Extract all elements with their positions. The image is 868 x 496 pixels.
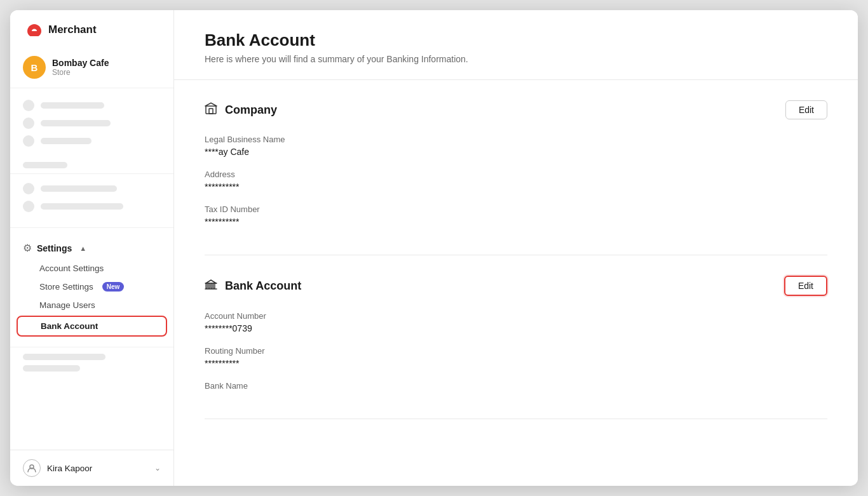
- chevron-up-icon: ▲: [79, 245, 86, 252]
- app-window: Merchant B Bombay Cafe Store: [10, 10, 858, 486]
- placeholder-circle: [23, 135, 34, 147]
- svg-rect-4: [208, 283, 210, 288]
- tax-id-field: Tax ID Number **********: [205, 204, 827, 227]
- company-title-text: Company: [225, 104, 277, 117]
- placeholder-bar: [41, 120, 111, 126]
- sidebar-item-manage-users[interactable]: Manage Users: [10, 296, 173, 314]
- manage-users-label: Manage Users: [39, 300, 95, 310]
- page-header: Bank Account Here is where you will find…: [174, 10, 858, 80]
- bank-account-item-wrapper: Bank Account: [17, 316, 167, 337]
- sidebar: Merchant B Bombay Cafe Store: [10, 10, 174, 486]
- placeholder-circle: [23, 100, 34, 111]
- settings-children: Account Settings Store Settings New Mana…: [10, 259, 173, 337]
- chevron-down-icon: ⌄: [154, 464, 161, 473]
- gear-icon: ⚙: [23, 242, 32, 254]
- address-value: **********: [205, 182, 827, 192]
- bank-account-label: Bank Account: [41, 321, 98, 331]
- new-badge: New: [102, 282, 125, 292]
- svg-rect-3: [206, 283, 207, 288]
- content-area: Company Edit Legal Business Name ****ay …: [174, 80, 858, 460]
- routing-number-field: Routing Number **********: [205, 346, 827, 368]
- nav-placeholder-item: [23, 135, 161, 147]
- tax-id-label: Tax ID Number: [205, 204, 827, 214]
- store-profile[interactable]: B Bombay Cafe Store: [10, 47, 173, 88]
- bank-account-section-title: Bank Account: [205, 278, 301, 294]
- account-number-label: Account Number: [205, 311, 827, 321]
- account-number-value: ********0739: [205, 323, 827, 333]
- company-section: Company Edit Legal Business Name ****ay …: [205, 100, 827, 255]
- store-type: Store: [52, 68, 109, 77]
- placeholder-circle: [23, 183, 34, 194]
- nav-placeholder-item: [23, 201, 161, 212]
- page-title: Bank Account: [205, 30, 827, 50]
- sidebar-item-bank-account[interactable]: Bank Account: [18, 317, 166, 335]
- sidebar-header: Merchant: [10, 10, 173, 47]
- sidebar-item-account-settings[interactable]: Account Settings: [10, 259, 173, 278]
- routing-number-label: Routing Number: [205, 346, 827, 356]
- sidebar-footer[interactable]: Kira Kapoor ⌄: [10, 450, 173, 486]
- svg-rect-5: [211, 283, 212, 288]
- bank-account-edit-button[interactable]: Edit: [784, 276, 827, 296]
- bank-icon: [205, 278, 217, 294]
- routing-number-value: **********: [205, 358, 827, 368]
- svg-rect-2: [209, 109, 213, 114]
- placeholder-solo: [23, 162, 67, 168]
- placeholder-solo-2: [23, 354, 105, 360]
- bank-account-section-header: Bank Account Edit: [205, 276, 827, 296]
- svg-rect-1: [206, 106, 216, 114]
- doordash-logo: Merchant: [25, 23, 97, 37]
- placeholder-solo-3: [23, 365, 80, 372]
- nav-placeholder-group-1: [10, 96, 173, 157]
- company-edit-button[interactable]: Edit: [785, 100, 827, 119]
- company-icon: [205, 102, 217, 118]
- nav-placeholder-item: [23, 100, 161, 111]
- placeholder-bar: [41, 102, 104, 109]
- bank-name-field: Bank Name: [205, 381, 827, 391]
- legal-business-name-value: ****ay Cafe: [205, 147, 827, 157]
- address-field: Address **********: [205, 170, 827, 192]
- placeholder-bar: [41, 138, 92, 144]
- settings-label: Settings: [37, 243, 72, 253]
- svg-rect-6: [214, 283, 215, 288]
- nav-placeholder-item: [23, 183, 161, 194]
- store-name: Bombay Cafe: [52, 58, 109, 68]
- bank-name-label: Bank Name: [205, 381, 827, 391]
- nav-divider-3: [10, 347, 173, 347]
- legal-business-name-label: Legal Business Name: [205, 135, 827, 144]
- store-info: Bombay Cafe Store: [52, 58, 109, 77]
- user-avatar: [23, 459, 41, 477]
- tax-id-value: **********: [205, 217, 827, 227]
- account-number-field: Account Number ********0739: [205, 311, 827, 333]
- company-section-header: Company Edit: [205, 100, 827, 119]
- user-name: Kira Kapoor: [47, 464, 148, 473]
- company-section-title: Company: [205, 102, 277, 118]
- legal-business-name-field: Legal Business Name ****ay Cafe: [205, 135, 827, 157]
- placeholder-bar: [41, 203, 123, 210]
- store-avatar: B: [23, 56, 46, 79]
- placeholder-circle: [23, 201, 34, 212]
- sidebar-nav: ⚙ Settings ▲ Account Settings Store Sett…: [10, 88, 173, 450]
- bank-account-title-text: Bank Account: [225, 279, 301, 293]
- store-settings-label: Store Settings: [39, 282, 93, 292]
- nav-placeholder-group-2: [10, 179, 173, 222]
- bank-account-section: Bank Account Edit Account Number *******…: [205, 276, 827, 419]
- placeholder-bar: [41, 185, 117, 192]
- nav-divider-2: [10, 227, 173, 228]
- sidebar-item-store-settings[interactable]: Store Settings New: [10, 278, 173, 296]
- address-label: Address: [205, 170, 827, 179]
- settings-parent[interactable]: ⚙ Settings ▲: [10, 237, 173, 259]
- merchant-label: Merchant: [48, 23, 97, 36]
- nav-placeholder-item: [23, 117, 161, 129]
- main-content: Bank Account Here is where you will find…: [174, 10, 858, 486]
- page-subtitle: Here is where you will find a summary of…: [205, 54, 827, 64]
- settings-nav-section: ⚙ Settings ▲ Account Settings Store Sett…: [10, 233, 173, 342]
- account-settings-label: Account Settings: [39, 264, 104, 273]
- placeholder-circle: [23, 117, 34, 129]
- nav-divider: [10, 173, 173, 174]
- doordash-icon: [25, 23, 43, 37]
